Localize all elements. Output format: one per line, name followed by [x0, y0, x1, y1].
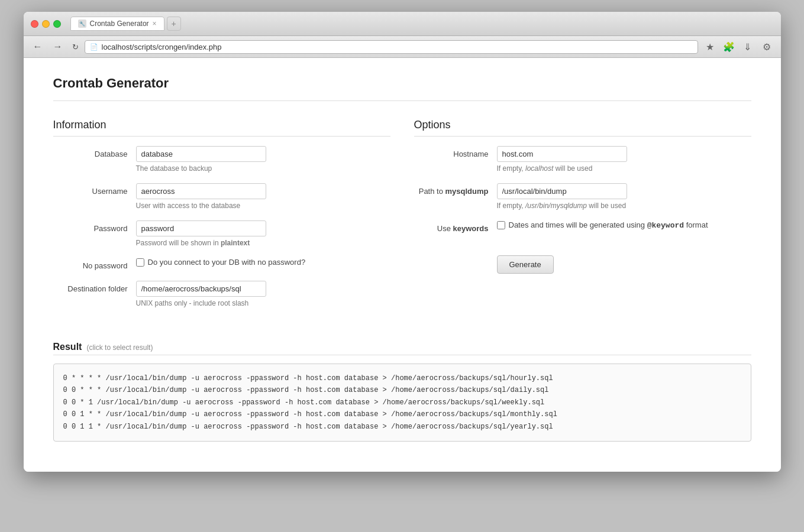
keywords-checkbox-pre: Dates and times will be generated using — [509, 220, 647, 229]
keywords-checkbox-label[interactable]: Dates and times will be generated using … — [497, 220, 751, 230]
mysqldump-label-bold: mysqldump — [445, 187, 489, 196]
mysqldump-label: Path to mysqldump — [414, 183, 497, 196]
generate-wrap: Generate — [497, 244, 751, 274]
password-hint: Password will be shown in plaintext — [136, 239, 390, 247]
keywords-checkbox-post: format — [684, 220, 708, 229]
keywords-label: Use keywords — [414, 220, 497, 233]
result-line: 0 0 * 1 /usr/local/bin/dump -u aerocross… — [63, 397, 741, 408]
hostname-hint-pre: If empty, — [497, 164, 525, 173]
hostname-hint-italic: localhost — [525, 164, 553, 173]
maximize-traffic-light[interactable] — [53, 20, 61, 28]
no-password-checkbox-label[interactable]: Do you connect to your DB with no passwo… — [136, 258, 390, 267]
titlebar: 🔧 Crontab Generator × + — [24, 12, 781, 36]
hostname-input[interactable] — [497, 146, 627, 162]
mysqldump-input[interactable] — [497, 183, 627, 199]
mysqldump-hint-post: will be used — [587, 202, 626, 210]
keywords-checkbox-bold: @keyword — [647, 221, 684, 230]
result-heading: Result (click to select result) — [53, 342, 751, 352]
page-title: Crontab Generator — [53, 76, 751, 91]
password-label: Password — [53, 220, 136, 233]
address-bar: 📄 — [85, 40, 698, 54]
extensions-button[interactable]: 🧩 — [721, 40, 737, 54]
mysqldump-hint-italic: /usr/bin/mysqldump — [525, 202, 587, 210]
password-hint-bold: plaintext — [221, 239, 250, 247]
hostname-field-wrap: If empty, localhost will be used — [497, 146, 751, 173]
no-password-group: No password Do you connect to your DB wi… — [53, 258, 390, 270]
database-group: Database The database to backup — [53, 146, 390, 173]
generate-button[interactable]: Generate — [497, 255, 554, 274]
downloads-button[interactable]: ⇓ — [740, 40, 756, 54]
two-column-layout: Information Database The database to bac… — [53, 119, 751, 318]
password-input[interactable] — [136, 220, 266, 236]
no-password-checkbox[interactable] — [136, 258, 144, 267]
username-field-wrap: User with access to the database — [136, 183, 390, 210]
database-input[interactable] — [136, 146, 266, 162]
database-hint: The database to backup — [136, 164, 390, 173]
browser-toolbar: ← → ↻ 📄 ★ 🧩 ⇓ ⚙ — [24, 36, 781, 58]
settings-button[interactable]: ⚙ — [758, 40, 775, 54]
active-tab[interactable]: 🔧 Crontab Generator × — [70, 17, 164, 31]
result-line: 0 * * * * /usr/local/bin/dump -u aerocro… — [63, 372, 741, 384]
result-divider — [53, 355, 751, 355]
hostname-label: Hostname — [414, 146, 497, 158]
traffic-lights — [31, 20, 61, 28]
keywords-label-bold: keywords — [453, 224, 489, 233]
destination-group: Destination folder UNIX paths only - inc… — [53, 281, 390, 307]
mysqldump-hint-pre: If empty, — [497, 202, 525, 210]
tab-bar: 🔧 Crontab Generator × + — [70, 17, 774, 31]
destination-hint: UNIX paths only - include root slash — [136, 299, 390, 307]
result-box[interactable]: 0 * * * * /usr/local/bin/dump -u aerocro… — [53, 364, 751, 442]
hostname-hint: If empty, localhost will be used — [497, 164, 751, 173]
destination-input[interactable] — [136, 281, 266, 297]
keywords-group: Use keywords Dates and times will be gen… — [414, 220, 751, 233]
result-line: 0 0 1 * * /usr/local/bin/dump -u aerocro… — [63, 408, 741, 420]
information-section: Information Database The database to bac… — [53, 119, 390, 318]
no-password-checkbox-text: Do you connect to your DB with no passwo… — [148, 258, 306, 267]
password-hint-pre: Password will be shown in — [136, 239, 221, 247]
result-hint: (click to select result) — [86, 343, 153, 352]
destination-field-wrap: UNIX paths only - include root slash — [136, 281, 390, 307]
address-input[interactable] — [102, 43, 693, 51]
username-hint: User with access to the database — [136, 202, 390, 210]
keywords-field-wrap: Dates and times will be generated using … — [497, 220, 751, 230]
title-divider — [53, 100, 751, 101]
address-bar-icon: 📄 — [90, 43, 98, 51]
close-traffic-light[interactable] — [31, 20, 38, 28]
refresh-button[interactable]: ↻ — [70, 41, 81, 53]
destination-label: Destination folder — [53, 281, 136, 293]
bookmark-button[interactable]: ★ — [702, 40, 718, 54]
browser-window: 🔧 Crontab Generator × + ← → ↻ 📄 ★ 🧩 ⇓ ⚙ … — [24, 12, 781, 472]
hostname-group: Hostname If empty, localhost will be use… — [414, 146, 751, 173]
database-label: Database — [53, 146, 136, 158]
result-line: 0 0 1 1 * /usr/local/bin/dump -u aerocro… — [63, 421, 741, 433]
username-input[interactable] — [136, 183, 266, 199]
keywords-checkbox-text: Dates and times will be generated using … — [509, 220, 708, 230]
password-field-wrap: Password will be shown in plaintext — [136, 220, 390, 247]
tab-title: Crontab Generator — [90, 20, 149, 28]
mysqldump-group: Path to mysqldump If empty, /usr/bin/mys… — [414, 183, 751, 210]
tab-favicon: 🔧 — [78, 20, 86, 28]
mysqldump-field-wrap: If empty, /usr/bin/mysqldump will be use… — [497, 183, 751, 210]
mysqldump-hint: If empty, /usr/bin/mysqldump will be use… — [497, 202, 751, 210]
options-heading: Options — [414, 119, 751, 137]
back-button[interactable]: ← — [30, 41, 46, 53]
username-label: Username — [53, 183, 136, 196]
result-line: 0 0 * * * /usr/local/bin/dump -u aerocro… — [63, 384, 741, 396]
toolbar-actions: ★ 🧩 ⇓ ⚙ — [702, 40, 775, 54]
hostname-hint-post: will be used — [553, 164, 592, 173]
no-password-field-wrap: Do you connect to your DB with no passwo… — [136, 258, 390, 267]
no-password-label: No password — [53, 258, 136, 270]
username-group: Username User with access to the databas… — [53, 183, 390, 210]
result-section: Result (click to select result) 0 * * * … — [53, 342, 751, 442]
minimize-traffic-light[interactable] — [42, 20, 50, 28]
forward-button[interactable]: → — [50, 41, 66, 53]
information-heading: Information — [53, 119, 390, 137]
keywords-checkbox[interactable] — [497, 221, 505, 229]
page-content: Crontab Generator Information Database T… — [24, 58, 781, 472]
database-field-wrap: The database to backup — [136, 146, 390, 173]
tab-close-button[interactable]: × — [153, 20, 157, 28]
options-section: Options Hostname If empty, localhost wil… — [414, 119, 751, 318]
new-tab-button[interactable]: + — [167, 17, 181, 31]
password-group: Password Password will be shown in plain… — [53, 220, 390, 247]
result-heading-text: Result — [53, 342, 82, 352]
